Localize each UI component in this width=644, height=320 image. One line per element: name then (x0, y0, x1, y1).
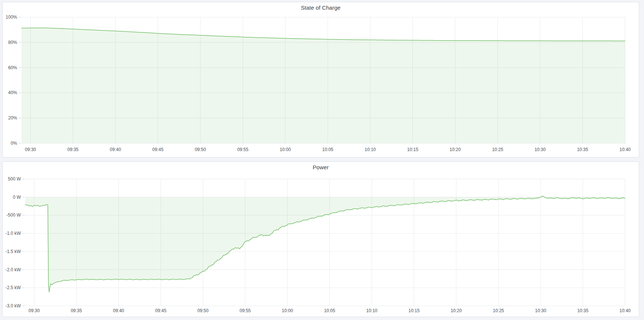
x-axis-tick-label: 10:20 (451, 308, 462, 313)
y-axis-tick-label: 100% (6, 15, 17, 20)
x-axis-tick-label: 10:20 (450, 147, 461, 152)
x-axis-tick-label: 09:35 (67, 147, 78, 152)
y-axis-tick-label: 40% (8, 90, 17, 95)
x-axis-tick-label: 09:40 (113, 308, 124, 313)
y-axis-tick-label: 80% (8, 40, 17, 45)
x-axis-tick-label: 09:40 (110, 147, 121, 152)
x-axis-tick-label: 09:55 (240, 308, 251, 313)
y-axis-tick-label: 60% (8, 65, 17, 70)
y-axis-tick-label: -2.0 kW (6, 267, 21, 272)
x-axis-tick-label: 09:50 (197, 308, 208, 313)
x-axis-tick-label: 10:25 (492, 147, 503, 152)
x-axis-tick-label: 10:10 (366, 308, 377, 313)
x-axis-tick-label: 10:30 (535, 308, 546, 313)
y-axis-tick-label: -2.5 kW (6, 285, 21, 290)
panel-state-of-charge: State of Charge 0%20%40%60%80%100%09:300… (2, 2, 639, 157)
x-axis-tick-label: 09:45 (152, 147, 164, 152)
y-axis-tick-label: -1.5 kW (6, 249, 21, 254)
state-of-charge-chart[interactable]: 0%20%40%60%80%100%09:3009:3509:4009:4509… (3, 2, 639, 157)
y-axis-tick-label: -500 W (6, 212, 21, 218)
x-axis-tick-label: 10:15 (407, 147, 418, 152)
x-axis-tick-label: 10:35 (577, 308, 588, 313)
x-axis-tick-label: 10:10 (365, 147, 376, 152)
x-axis-tick-label: 09:55 (237, 147, 248, 152)
x-axis-tick-label: 10:25 (493, 308, 504, 313)
x-axis-tick-label: 09:30 (25, 147, 36, 152)
series-fill (22, 28, 625, 143)
x-axis-tick-label: 10:00 (280, 147, 291, 152)
x-axis-tick-label: 09:50 (195, 147, 206, 152)
y-axis-tick-label: 500 W (8, 176, 21, 182)
x-axis-tick-label: 10:05 (324, 308, 335, 313)
x-axis-tick-label: 10:35 (577, 147, 588, 152)
y-axis-tick-label: 0% (11, 141, 17, 146)
series-fill (25, 196, 625, 292)
x-axis-tick-label: 10:30 (534, 147, 546, 152)
x-axis-tick-label: 10:15 (408, 308, 420, 313)
x-axis-tick-label: 09:35 (71, 308, 82, 313)
x-axis-tick-label: 10:40 (619, 147, 631, 152)
x-axis-tick-label: 09:45 (155, 308, 166, 313)
x-axis-tick-label: 10:40 (619, 308, 631, 313)
power-chart[interactable]: 500 W0 W-500 W-1.0 kW-1.5 kW-2.0 kW-2.5 … (3, 162, 639, 317)
panel-power: Power 500 W0 W-500 W-1.0 kW-1.5 kW-2.0 k… (2, 161, 639, 317)
y-axis-tick-label: 20% (8, 115, 17, 121)
y-axis-tick-label: 0 W (13, 195, 21, 200)
x-axis-tick-label: 10:05 (322, 147, 333, 152)
y-axis-tick-label: -1.0 kW (6, 231, 21, 236)
x-axis-tick-label: 10:00 (282, 308, 293, 313)
y-axis-tick-label: -3.0 kW (6, 303, 21, 308)
x-axis-tick-label: 09:30 (29, 308, 40, 313)
